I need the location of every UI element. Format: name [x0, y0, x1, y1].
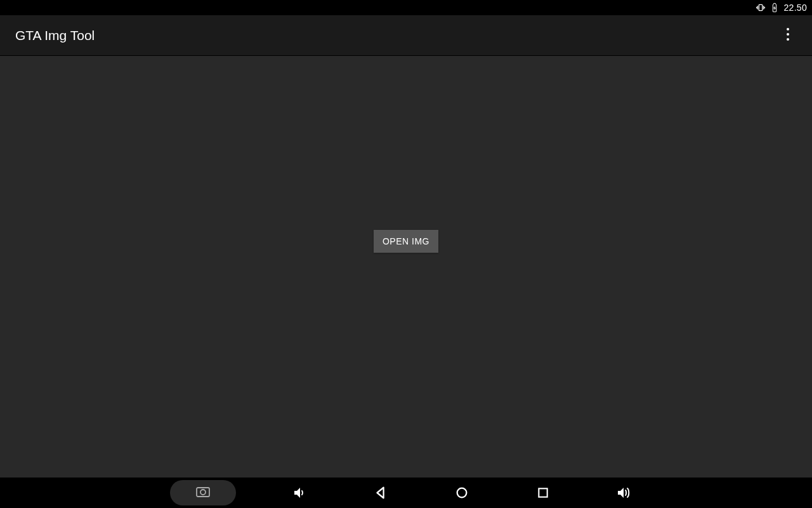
svg-point-9	[200, 490, 206, 495]
open-img-button[interactable]: OPEN IMG	[374, 230, 438, 253]
svg-rect-11	[539, 488, 547, 497]
volume-down-button[interactable]	[282, 480, 317, 505]
camera-icon	[195, 485, 211, 500]
home-icon	[455, 486, 469, 500]
back-button[interactable]	[363, 480, 398, 505]
svg-point-7	[787, 38, 789, 41]
svg-point-5	[787, 28, 789, 30]
more-vert-icon	[786, 27, 790, 44]
recents-button[interactable]	[525, 480, 561, 505]
overflow-menu-button[interactable]	[776, 24, 799, 47]
screenshot-button[interactable]	[170, 480, 236, 505]
back-icon	[374, 486, 388, 500]
navigation-bar	[0, 478, 812, 508]
vibrate-icon	[756, 3, 766, 13]
status-time: 22.50	[783, 3, 807, 13]
svg-rect-0	[759, 4, 763, 10]
svg-point-6	[787, 33, 789, 36]
app-title: GTA Img Tool	[15, 28, 95, 43]
volume-up-icon	[616, 485, 632, 500]
recents-icon	[537, 486, 549, 499]
svg-rect-8	[197, 488, 209, 497]
content-area: OPEN IMG	[0, 56, 812, 478]
app-bar: GTA Img Tool	[0, 15, 812, 56]
volume-down-icon	[292, 485, 307, 500]
svg-point-10	[457, 488, 467, 498]
battery-charging-icon	[769, 3, 780, 13]
volume-up-button[interactable]	[606, 480, 642, 505]
home-button[interactable]	[444, 480, 480, 505]
status-bar: 22.50	[0, 0, 812, 15]
